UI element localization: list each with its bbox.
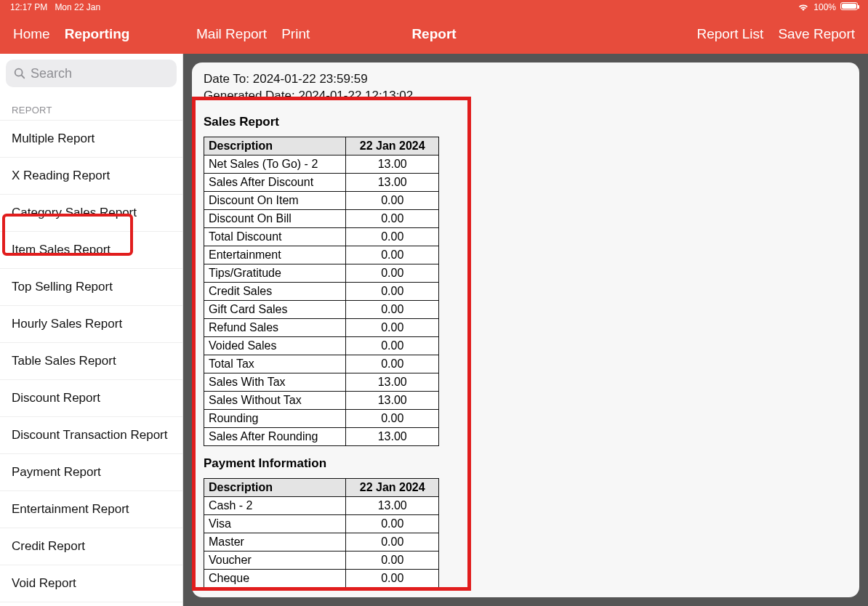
sidebar-item[interactable]: Category Sales Report bbox=[0, 195, 182, 232]
page-title: Report bbox=[411, 26, 456, 42]
row-description: Sales After Rounding bbox=[204, 427, 346, 445]
table-row: Discount On Bill0.00 bbox=[204, 209, 439, 227]
table-row: Cheque0.00 bbox=[204, 569, 439, 587]
row-value: 13.00 bbox=[346, 173, 439, 191]
print-button[interactable]: Print bbox=[281, 26, 310, 42]
sidebar-item[interactable]: Top Selling Report bbox=[0, 269, 182, 306]
search-input[interactable] bbox=[31, 66, 169, 81]
status-time: 12:17 PM bbox=[10, 2, 47, 12]
row-description: Entertainment bbox=[204, 246, 346, 264]
wifi-icon bbox=[797, 3, 809, 12]
row-description: Visa bbox=[204, 514, 346, 533]
sidebar-item[interactable]: Item Sales Report bbox=[0, 232, 182, 269]
payment-info-title: Payment Information bbox=[204, 456, 848, 471]
home-button[interactable]: Home bbox=[13, 26, 50, 42]
sidebar-item[interactable]: Multiple Report bbox=[0, 120, 182, 158]
sidebar-item[interactable]: Table Sales Report bbox=[0, 343, 182, 380]
sales-col-date: 22 Jan 2024 bbox=[346, 137, 439, 155]
row-value: 0.00 bbox=[346, 514, 439, 533]
status-date: Mon 22 Jan bbox=[55, 2, 100, 12]
row-value: 13.00 bbox=[346, 155, 439, 173]
sidebar-item[interactable]: Entertainment Report bbox=[0, 491, 182, 528]
payment-col-date: 22 Jan 2024 bbox=[346, 478, 439, 496]
row-description: Discount On Bill bbox=[204, 209, 346, 227]
row-value: 0.00 bbox=[346, 533, 439, 551]
date-to-label: Date To: bbox=[204, 72, 253, 86]
row-value: 13.00 bbox=[346, 496, 439, 514]
reporting-tab[interactable]: Reporting bbox=[65, 26, 130, 42]
table-row: Master0.00 bbox=[204, 533, 439, 551]
row-description: Discount On Item bbox=[204, 191, 346, 209]
sidebar-item[interactable]: Void Report bbox=[0, 565, 182, 602]
search-field[interactable] bbox=[6, 60, 177, 87]
mail-report-button[interactable]: Mail Report bbox=[196, 26, 267, 42]
row-value: 13.00 bbox=[346, 391, 439, 409]
sidebar-item[interactable]: Payment Report bbox=[0, 454, 182, 491]
row-description: Voided Sales bbox=[204, 336, 346, 355]
table-row: Discount On Item0.00 bbox=[204, 191, 439, 209]
row-description: Voucher bbox=[204, 551, 346, 569]
row-value: 0.00 bbox=[346, 191, 439, 209]
sidebar-item[interactable]: Discount Transaction Report bbox=[0, 417, 182, 454]
search-icon bbox=[13, 67, 26, 80]
table-row: Sales Without Tax13.00 bbox=[204, 391, 439, 409]
main-content: Date To: 2024-01-22 23:59:59 Generated D… bbox=[183, 54, 868, 606]
row-value: 0.00 bbox=[346, 264, 439, 282]
table-row: Net Sales (To Go) - 213.00 bbox=[204, 155, 439, 173]
sidebar-item[interactable]: X Reading Report bbox=[0, 158, 182, 195]
report-paper: Date To: 2024-01-22 23:59:59 Generated D… bbox=[192, 62, 859, 597]
sidebar-item[interactable]: Hourly Sales Report bbox=[0, 306, 182, 343]
battery-icon bbox=[840, 2, 858, 12]
table-row: Sales With Tax13.00 bbox=[204, 373, 439, 391]
payment-col-description: Description bbox=[204, 478, 346, 496]
generated-date-label: Generated Date: bbox=[204, 89, 298, 102]
table-row: Total Discount0.00 bbox=[204, 227, 439, 246]
report-list-button[interactable]: Report List bbox=[697, 26, 764, 42]
save-report-button[interactable]: Save Report bbox=[778, 26, 855, 42]
sales-report-title: Sales Report bbox=[204, 115, 848, 129]
row-value: 0.00 bbox=[346, 551, 439, 569]
table-row: Rounding0.00 bbox=[204, 409, 439, 427]
row-description: Gift Card Sales bbox=[204, 300, 346, 318]
sidebar: REPORT Multiple ReportX Reading ReportCa… bbox=[0, 54, 183, 606]
row-value: 0.00 bbox=[346, 282, 439, 300]
payment-info-table: Description 22 Jan 2024 Cash - 213.00Vis… bbox=[204, 478, 439, 588]
row-description: Total Discount bbox=[204, 227, 346, 246]
table-row: Sales After Rounding13.00 bbox=[204, 427, 439, 445]
sidebar-item[interactable]: Discount Report bbox=[0, 380, 182, 417]
table-row: Total Tax0.00 bbox=[204, 355, 439, 373]
generated-date-value: 2024-01-22 12:13:02 bbox=[298, 89, 413, 102]
status-bar: 12:17 PM Mon 22 Jan 100% bbox=[0, 0, 868, 15]
table-row: Cash - 213.00 bbox=[204, 496, 439, 514]
date-to-value: 2024-01-22 23:59:59 bbox=[253, 72, 368, 86]
table-row: Visa0.00 bbox=[204, 514, 439, 533]
row-description: Credit Sales bbox=[204, 282, 346, 300]
sales-report-table: Description 22 Jan 2024 Net Sales (To Go… bbox=[204, 137, 439, 446]
table-row: Voided Sales0.00 bbox=[204, 336, 439, 355]
row-description: Sales With Tax bbox=[204, 373, 346, 391]
table-row: Credit Sales0.00 bbox=[204, 282, 439, 300]
row-value: 0.00 bbox=[346, 246, 439, 264]
row-value: 13.00 bbox=[346, 373, 439, 391]
table-row: Refund Sales0.00 bbox=[204, 318, 439, 336]
row-value: 13.00 bbox=[346, 427, 439, 445]
row-description: Sales Without Tax bbox=[204, 391, 346, 409]
sidebar-section-label: REPORT bbox=[0, 93, 182, 120]
table-row: Entertainment0.00 bbox=[204, 246, 439, 264]
status-battery-percent: 100% bbox=[813, 2, 836, 12]
row-description: Cheque bbox=[204, 569, 346, 587]
row-value: 0.00 bbox=[346, 300, 439, 318]
row-value: 0.00 bbox=[346, 318, 439, 336]
row-description: Rounding bbox=[204, 409, 346, 427]
row-description: Cash - 2 bbox=[204, 496, 346, 514]
row-description: Total Tax bbox=[204, 355, 346, 373]
sidebar-item[interactable]: Credit Report bbox=[0, 528, 182, 565]
sidebar-list: Multiple ReportX Reading ReportCategory … bbox=[0, 120, 182, 602]
row-description: Master bbox=[204, 533, 346, 551]
table-row: Tips/Gratitude0.00 bbox=[204, 264, 439, 282]
table-row: Sales After Discount13.00 bbox=[204, 173, 439, 191]
row-description: Net Sales (To Go) - 2 bbox=[204, 155, 346, 173]
row-value: 0.00 bbox=[346, 227, 439, 246]
row-description: Tips/Gratitude bbox=[204, 264, 346, 282]
row-value: 0.00 bbox=[346, 209, 439, 227]
